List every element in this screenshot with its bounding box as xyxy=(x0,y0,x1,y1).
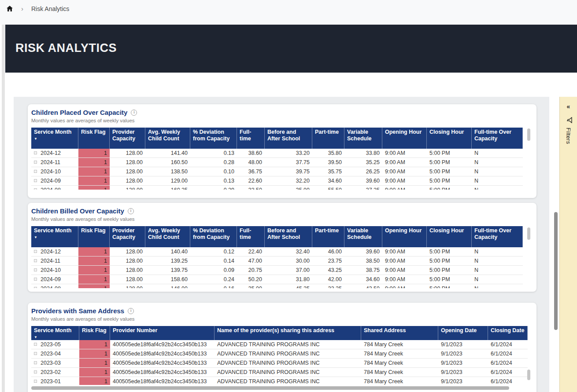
column-header[interactable]: Variable Schedule xyxy=(344,128,382,149)
column-header[interactable]: Avg. Weekly Child Count xyxy=(145,128,190,149)
column-header[interactable]: Opening Hour xyxy=(382,128,427,149)
table-horizontal-scrollbar[interactable] xyxy=(31,386,509,390)
page-scrollbar[interactable] xyxy=(554,212,558,330)
expand-row-icon[interactable] xyxy=(34,179,37,182)
cell: 2023-04 xyxy=(31,349,79,359)
expand-row-icon[interactable] xyxy=(34,287,37,288)
column-header[interactable]: Opening Date xyxy=(438,326,488,340)
column-header[interactable]: Full-time Over Capacity xyxy=(472,226,523,247)
cell: 2023-02 xyxy=(31,368,79,377)
cell: 31.80 xyxy=(265,275,312,284)
cell: 35.00 xyxy=(237,284,265,288)
column-header[interactable]: Part-time xyxy=(312,128,344,149)
cell: 30.00 xyxy=(265,256,312,266)
cell: 23.75 xyxy=(312,256,344,266)
table-scrollbar-thumb[interactable] xyxy=(527,370,530,380)
column-header[interactable]: Service Month▼ xyxy=(31,128,78,149)
column-header[interactable]: Risk Flag xyxy=(78,128,110,149)
cell: 128.00 xyxy=(110,167,145,176)
cell: 0.13 xyxy=(190,176,237,186)
column-header[interactable]: Part-time xyxy=(312,226,344,247)
expand-row-icon[interactable] xyxy=(34,170,37,173)
column-header[interactable]: Provider Capacity xyxy=(110,226,145,247)
column-header[interactable]: Avg. Weekly Child Count xyxy=(145,226,190,247)
cell: 5:00 PM xyxy=(427,176,472,186)
cell: 6/1/2024 xyxy=(488,359,528,368)
cell: 2024-09 xyxy=(31,275,78,284)
table-scrollbar-thumb[interactable] xyxy=(527,227,530,240)
data-table: Service Month▼Risk FlagProvider NumberNa… xyxy=(31,326,528,385)
expand-row-icon[interactable] xyxy=(34,370,37,374)
cell: 2024-09 xyxy=(31,176,78,186)
column-header[interactable]: Closing Hour xyxy=(427,226,472,247)
expand-row-icon[interactable] xyxy=(34,361,37,364)
filter-icon xyxy=(565,117,573,123)
cell: 2024-10 xyxy=(31,266,78,275)
column-header[interactable]: Variable Schedule xyxy=(344,226,382,247)
column-header[interactable]: Opening Hour xyxy=(382,226,427,247)
filters-pane: « Filters xyxy=(559,97,577,392)
column-header[interactable]: Full-time Over Capacity xyxy=(472,128,523,149)
risk-flag-cell: 1 xyxy=(78,256,110,266)
column-header[interactable]: Before and After School xyxy=(265,128,312,149)
column-header[interactable]: Closing Date xyxy=(488,326,528,340)
column-header[interactable]: Service Month▼ xyxy=(31,226,78,247)
expand-row-icon[interactable] xyxy=(34,151,37,154)
expand-row-icon[interactable] xyxy=(34,343,37,346)
info-icon[interactable]: i xyxy=(131,110,137,116)
cell: 35.25 xyxy=(344,158,382,167)
column-header[interactable]: % Deviation from Capacity xyxy=(190,128,237,149)
filters-label[interactable]: Filters xyxy=(565,128,572,144)
expand-filters-button[interactable]: « xyxy=(564,103,573,110)
expand-row-icon[interactable] xyxy=(34,161,37,164)
column-header[interactable]: Service Month▼ xyxy=(31,326,79,340)
cell: 39.60 xyxy=(344,247,382,256)
column-header[interactable]: Full-time xyxy=(237,128,265,149)
column-header[interactable]: Shared Address xyxy=(361,326,438,340)
column-header[interactable]: Closing Hour xyxy=(427,128,472,149)
expand-row-icon[interactable] xyxy=(34,278,37,281)
cell: ADVANCED TRAINING PROGRAMS INC xyxy=(215,349,361,359)
table-scrollbar-thumb[interactable] xyxy=(527,128,530,141)
home-icon[interactable] xyxy=(6,5,13,12)
column-header[interactable]: Full-time xyxy=(237,226,265,247)
expand-row-icon[interactable] xyxy=(34,259,37,262)
expand-row-icon[interactable] xyxy=(34,352,37,355)
expand-row-icon[interactable] xyxy=(34,188,37,190)
risk-flag-cell: 1 xyxy=(78,176,110,186)
cell: 5:00 PM xyxy=(427,167,472,176)
card-title: Providers with Same Address xyxy=(31,307,124,315)
table-scroll-area[interactable]: Service Month▼Risk FlagProvider Capacity… xyxy=(31,226,536,288)
table-scroll-area[interactable]: Service Month▼Risk FlagProvider Capacity… xyxy=(31,128,536,190)
left-edge-strip xyxy=(2,25,5,392)
cell: 26.25 xyxy=(344,167,382,176)
table-row: 2023-051400505ede18f6af4c92b24cc3450b133… xyxy=(31,340,528,349)
cell: 33.80 xyxy=(344,149,382,158)
column-header[interactable]: Provider Number xyxy=(110,326,215,340)
table-row: 2024-111128.00139.250.1447.0030.0023.753… xyxy=(31,256,523,266)
cell: 0.24 xyxy=(190,275,237,284)
table-row: 2023-041400505ede18f6af4c92b24cc3450b133… xyxy=(31,349,528,359)
cell: 128.00 xyxy=(110,266,145,275)
cell: 128.00 xyxy=(110,275,145,284)
cell: 48.00 xyxy=(237,158,265,167)
cell: 400505ede18f6af4c92b24cc3450b133 xyxy=(110,377,215,385)
column-header[interactable]: Provider Capacity xyxy=(110,128,145,149)
column-header[interactable]: Name of the provider(s) sharing this add… xyxy=(215,326,361,340)
column-header[interactable]: Before and After School xyxy=(265,226,312,247)
column-header[interactable]: Risk Flag xyxy=(78,226,110,247)
info-icon[interactable]: i xyxy=(128,308,134,314)
cell: 37.25 xyxy=(344,186,382,190)
sort-descending-icon: ▼ xyxy=(34,236,75,239)
expand-row-icon[interactable] xyxy=(34,268,37,271)
table-row: 2024-121128.00140.400.1222.4032.4046.003… xyxy=(31,247,523,256)
table-scroll-area[interactable]: Service Month▼Risk FlagProvider NumberNa… xyxy=(31,326,536,385)
column-header[interactable]: Risk Flag xyxy=(79,326,110,340)
cell: ADVANCED TRAINING PROGRAMS INC xyxy=(215,368,361,377)
expand-row-icon[interactable] xyxy=(34,250,37,253)
cell: 0.14 xyxy=(190,256,237,266)
column-header[interactable]: % Deviation from Capacity xyxy=(190,226,237,247)
info-icon[interactable]: i xyxy=(128,208,134,214)
expand-row-icon[interactable] xyxy=(34,380,37,383)
risk-flag-cell: 1 xyxy=(78,284,110,288)
